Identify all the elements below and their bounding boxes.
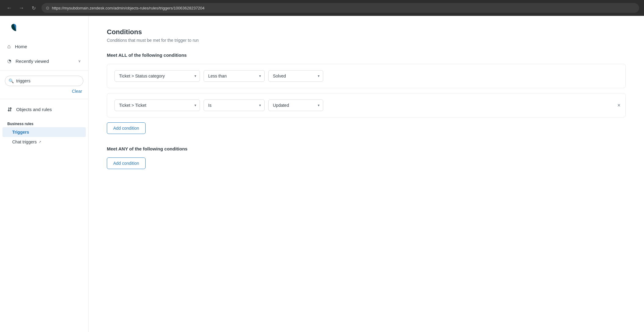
forward-button[interactable]: → — [17, 4, 26, 12]
clear-wrapper: Clear — [0, 87, 88, 96]
sidebar-item-triggers[interactable]: Triggers — [2, 127, 86, 137]
field-select-2[interactable]: Ticket > Status category Ticket > Ticket… — [114, 99, 200, 111]
url-input[interactable] — [52, 6, 635, 10]
app-container: ⌂ Home ◔ Recently viewed ∨ 🔍 Clear ⇆ Obj… — [0, 16, 644, 332]
value-select-2[interactable]: Created Updated Reopened Assigned Commen… — [268, 99, 323, 111]
sidebar-item-home[interactable]: ⌂ Home — [0, 39, 88, 54]
condition-row-1: Ticket > Status category Ticket > Ticket… — [107, 64, 626, 88]
chevron-down-icon: ∨ — [78, 59, 81, 63]
sidebar-logo — [0, 16, 88, 39]
field-select-wrapper-2: Ticket > Status category Ticket > Ticket… — [114, 99, 200, 111]
search-input[interactable] — [5, 76, 83, 86]
clock-icon: ◔ — [7, 58, 11, 64]
add-condition-any-button[interactable]: Add condition — [107, 157, 146, 169]
refresh-button[interactable]: ↻ — [29, 4, 38, 12]
operator-select-2[interactable]: Is Is not Contains Does not contain — [204, 99, 265, 111]
sidebar-divider-2 — [0, 99, 88, 99]
business-rules-title: Business rules — [0, 119, 88, 127]
search-icon: 🔍 — [9, 78, 14, 83]
condition-row-2: Ticket > Status category Ticket > Ticket… — [107, 93, 626, 117]
operator-select-1[interactable]: Less than Is Is not Greater than — [204, 70, 265, 82]
home-icon: ⌂ — [7, 43, 11, 50]
objects-rules-label: Objects and rules — [16, 107, 52, 112]
sidebar-item-recently-viewed[interactable]: ◔ Recently viewed ∨ — [0, 54, 88, 68]
field-select-wrapper-1: Ticket > Status category Ticket > Ticket… — [114, 70, 200, 82]
value-select-wrapper-2: Created Updated Reopened Assigned Commen… — [268, 99, 323, 111]
external-link-icon: ↗ — [38, 140, 41, 144]
chat-triggers-label: Chat triggers — [12, 139, 37, 144]
meet-any-title: Meet ANY of the following conditions — [107, 146, 626, 151]
sidebar-divider — [0, 70, 88, 71]
operator-select-wrapper-1: Less than Is Is not Greater than — [204, 70, 265, 82]
clear-button[interactable]: Clear — [72, 89, 82, 94]
sidebar-item-objects-rules[interactable]: ⇆ Objects and rules — [0, 102, 88, 117]
value-select-wrapper-1: New Open Pending On-hold Solved Closed — [268, 70, 323, 82]
operator-select-wrapper-2: Is Is not Contains Does not contain — [204, 99, 265, 111]
business-rules-section: Business rules Triggers Chat triggers ↗ — [0, 117, 88, 149]
sidebar-home-label: Home — [15, 44, 27, 49]
add-condition-all-button[interactable]: Add condition — [107, 122, 146, 134]
sidebar-item-chat-triggers[interactable]: Chat triggers ↗ — [2, 137, 86, 147]
page-subtitle: Conditions that must be met for the trig… — [107, 38, 626, 43]
back-button[interactable]: ← — [5, 4, 13, 12]
url-bar[interactable]: ⊙ — [42, 3, 639, 13]
sidebar: ⌂ Home ◔ Recently viewed ∨ 🔍 Clear ⇆ Obj… — [0, 16, 89, 332]
meet-all-title: Meet ALL of the following conditions — [107, 52, 626, 58]
browser-chrome: ← → ↻ ⊙ — [0, 0, 644, 16]
main-content: Conditions Conditions that must be met f… — [89, 16, 644, 332]
globe-icon: ⊙ — [46, 5, 49, 10]
page-title: Conditions — [107, 28, 626, 36]
field-select-1[interactable]: Ticket > Status category Ticket > Ticket… — [114, 70, 200, 82]
arrows-icon: ⇆ — [6, 107, 13, 112]
value-select-1[interactable]: New Open Pending On-hold Solved Closed — [268, 70, 323, 82]
recently-viewed-label: Recently viewed — [16, 59, 49, 64]
sidebar-search-wrapper: 🔍 — [5, 76, 83, 86]
remove-condition-2-button[interactable]: × — [617, 103, 620, 108]
